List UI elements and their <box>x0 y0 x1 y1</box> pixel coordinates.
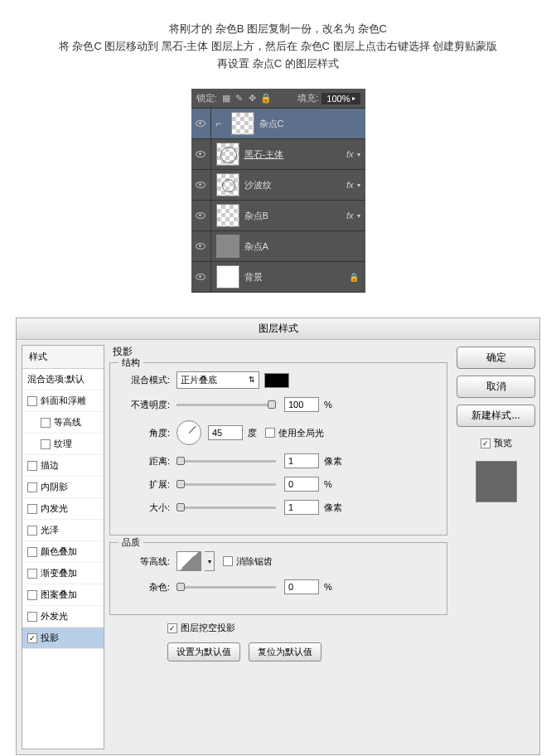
style-item-color-overlay[interactable]: 颜色叠加 <box>22 541 104 563</box>
layer-row-background[interactable]: 背景 🔒 <box>191 262 365 293</box>
quality-group: 品质 等高线: ▾ 消除锯齿 杂色: % <box>109 542 447 615</box>
lock-move-icon[interactable]: ✥ <box>247 93 259 104</box>
layer-thumbnail[interactable] <box>216 143 239 166</box>
layer-row-blackstone[interactable]: 黑石-主体 fx ▾ <box>191 139 365 170</box>
layer-name[interactable]: 杂点A <box>244 240 365 253</box>
style-item-drop-shadow[interactable]: 投影 <box>22 628 104 649</box>
layer-row-sand-ripple[interactable]: 沙波纹 fx ▾ <box>191 170 365 201</box>
style-item-outer-glow[interactable]: 外发光 <box>22 606 104 628</box>
opacity-slider[interactable] <box>176 404 276 406</box>
style-item-inner-shadow[interactable]: 内阴影 <box>22 477 104 498</box>
layer-row-noise-b[interactable]: 杂点B fx ▾ <box>191 201 365 231</box>
layer-thumbnail[interactable] <box>216 265 239 288</box>
global-light-checkbox[interactable] <box>265 428 275 438</box>
contour-picker[interactable] <box>176 551 201 571</box>
style-item-label: 斜面和浮雕 <box>41 395 86 407</box>
layer-name[interactable]: 杂点B <box>244 210 346 222</box>
style-item-stroke[interactable]: 描边 <box>22 455 104 477</box>
layer-row-noise-c[interactable]: ⌐ 杂点C <box>191 109 365 139</box>
style-item-bevel[interactable]: 斜面和浮雕 <box>22 390 104 412</box>
visibility-eye-icon[interactable] <box>196 182 205 188</box>
fx-expand-icon[interactable]: ▾ <box>357 212 360 220</box>
blend-options-item[interactable]: 混合选项:默认 <box>22 369 104 390</box>
structure-group: 结构 混合模式: 正片叠底 ⇅ 不透明度: % 角度: <box>109 362 447 536</box>
layer-name[interactable]: 黑石-主体 <box>244 148 346 161</box>
contour-label: 等高线: <box>120 555 170 568</box>
layer-name[interactable]: 沙波纹 <box>244 179 346 191</box>
noise-label: 杂色: <box>120 581 170 594</box>
layer-thumbnail[interactable] <box>216 173 239 196</box>
visibility-eye-icon[interactable] <box>196 120 205 127</box>
fx-label[interactable]: fx <box>346 149 354 159</box>
style-item-satin[interactable]: 光泽 <box>22 520 104 541</box>
knockout-label: 图层挖空投影 <box>181 622 235 634</box>
dialog-buttons: 确定 取消 新建样式... 预览 <box>452 340 539 754</box>
shadow-color-swatch[interactable] <box>264 373 289 388</box>
distance-slider[interactable] <box>176 460 276 463</box>
cancel-button[interactable]: 取消 <box>457 376 535 398</box>
opacity-label: 不透明度: <box>120 399 170 411</box>
fx-expand-icon[interactable]: ▾ <box>357 182 360 189</box>
visibility-eye-icon[interactable] <box>196 212 205 219</box>
knockout-checkbox[interactable] <box>167 623 177 633</box>
layer-thumbnail[interactable] <box>216 235 239 258</box>
angle-dial[interactable] <box>176 420 201 445</box>
noise-input[interactable] <box>284 579 319 594</box>
style-item-inner-glow[interactable]: 内发光 <box>22 498 104 520</box>
distance-input[interactable] <box>284 453 319 468</box>
style-item-label: 投影 <box>41 632 59 644</box>
style-item-label: 光泽 <box>41 524 59 536</box>
preview-checkbox[interactable] <box>481 439 491 448</box>
visibility-eye-icon[interactable] <box>196 243 205 250</box>
dropdown-arrows-icon: ⇅ <box>249 376 255 384</box>
preview-swatch <box>476 461 517 502</box>
opacity-input[interactable] <box>284 397 319 412</box>
visibility-eye-icon[interactable] <box>196 151 205 158</box>
set-default-button[interactable]: 设置为默认值 <box>167 642 240 662</box>
quality-label: 品质 <box>118 536 143 549</box>
style-item-pattern-overlay[interactable]: 图案叠加 <box>22 584 104 606</box>
lock-brush-icon[interactable]: ✎ <box>234 93 245 104</box>
size-input[interactable] <box>284 500 319 515</box>
fill-dropdown-icon: ▸ <box>352 94 355 102</box>
lock-all-icon[interactable]: 🔒 <box>260 93 272 104</box>
style-item-contour[interactable]: 等高线 <box>22 412 104 434</box>
noise-slider[interactable] <box>176 586 276 589</box>
angle-input[interactable] <box>208 425 243 440</box>
distance-unit: 像素 <box>324 455 342 468</box>
antialias-checkbox[interactable] <box>223 556 233 566</box>
spread-label: 扩展: <box>120 478 170 491</box>
style-list-header[interactable]: 样式 <box>22 346 104 369</box>
style-item-gradient-overlay[interactable]: 渐变叠加 <box>22 563 104 584</box>
spread-input[interactable] <box>284 477 319 492</box>
blend-mode-dropdown[interactable]: 正片叠底 ⇅ <box>176 371 259 389</box>
layer-row-noise-a[interactable]: 杂点A <box>191 231 365 262</box>
style-item-label: 内发光 <box>41 502 68 515</box>
preview-label: 预览 <box>494 437 512 449</box>
style-item-label: 内阴影 <box>41 481 68 493</box>
contour-dropdown-icon[interactable]: ▾ <box>205 551 215 571</box>
blend-mode-value: 正片叠底 <box>181 374 217 386</box>
dialog-title: 图层样式 <box>17 318 539 340</box>
size-slider[interactable] <box>176 506 276 509</box>
visibility-eye-icon[interactable] <box>196 274 205 280</box>
layers-panel-header: 锁定: ▦ ✎ ✥ 🔒 填充: 100% ▸ <box>191 89 365 109</box>
lock-transparency-icon[interactable]: ▦ <box>220 93 232 104</box>
blend-mode-label: 混合模式: <box>120 374 170 386</box>
layer-name[interactable]: 杂点C <box>259 118 365 130</box>
ok-button[interactable]: 确定 <box>457 346 535 369</box>
style-item-texture[interactable]: 纹理 <box>22 434 104 455</box>
fx-expand-icon[interactable]: ▾ <box>357 151 360 158</box>
layer-name[interactable]: 背景 <box>244 271 349 284</box>
layer-thumbnail[interactable] <box>231 112 254 135</box>
clip-indent-icon: ⌐ <box>211 118 226 129</box>
spread-slider[interactable] <box>176 483 276 486</box>
style-list: 样式 混合选项:默认 斜面和浮雕 等高线 纹理 描边 内阴影 内发光 光泽 颜色… <box>22 345 104 749</box>
layer-style-dialog: 图层样式 样式 混合选项:默认 斜面和浮雕 等高线 纹理 描边 内阴影 内发光 … <box>16 317 540 755</box>
fx-label[interactable]: fx <box>346 211 354 220</box>
reset-default-button[interactable]: 复位为默认值 <box>249 642 322 662</box>
fill-value-input[interactable]: 100% ▸ <box>322 93 360 104</box>
layer-thumbnail[interactable] <box>216 204 239 227</box>
new-style-button[interactable]: 新建样式... <box>457 405 535 427</box>
fx-label[interactable]: fx <box>346 180 354 190</box>
